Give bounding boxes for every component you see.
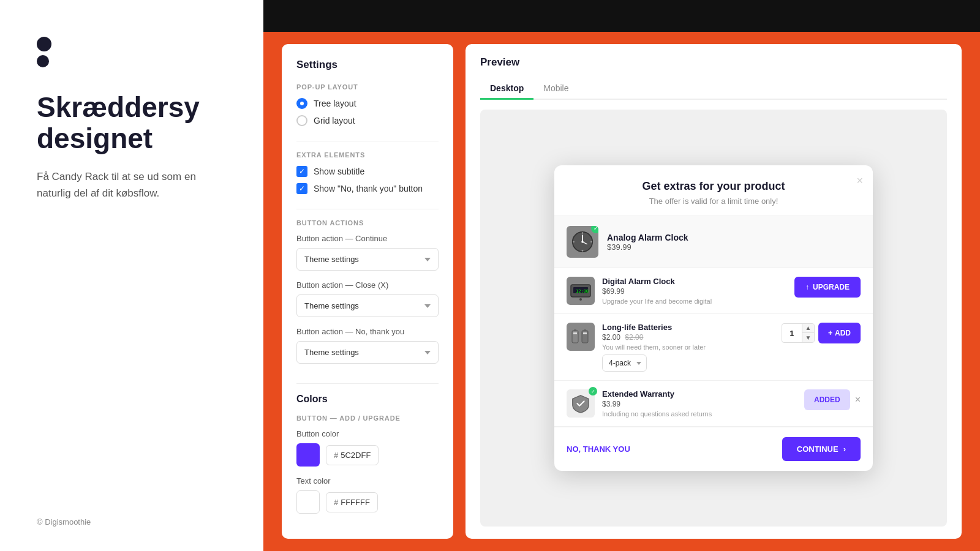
settings-panel: Settings POP-UP LAYOUT Tree layout Grid … — [282, 44, 453, 539]
button-color-hex-value: 5C2DFF — [341, 451, 371, 460]
warranty-shield-icon — [570, 393, 591, 414]
upsell-warranty-action: ADDED × — [804, 389, 861, 410]
radio-tree-indicator — [296, 98, 307, 109]
upgrade-arrow-icon: ↑ — [805, 283, 809, 291]
modal-footer: NO, THANK YOU CONTINUE › — [554, 427, 873, 471]
main-product-name: Analog Alarm Clock — [607, 233, 688, 242]
text-color-hex-input[interactable]: # FFFFFF — [326, 492, 378, 512]
modal-body: ✓ — [554, 216, 873, 427]
action-no-label: Button action — No, thank you — [296, 327, 439, 336]
checkbox-no-thanks-indicator — [296, 183, 307, 194]
quantity-stepper: 1 ▲ ▼ — [782, 323, 815, 343]
upsell-warranty-price: $3.99 — [602, 400, 797, 408]
analog-clock-icon — [571, 231, 594, 253]
qty-buttons: ▲ ▼ — [802, 324, 814, 342]
dot-small — [37, 55, 49, 67]
button-color-label: Button color — [296, 429, 439, 438]
radio-tree-label: Tree layout — [314, 99, 356, 108]
colors-title: Colors — [296, 394, 439, 405]
action-no-select[interactable]: Theme settings — [296, 341, 439, 364]
upsell-item-batteries: Long-life Batteries $2.00 $2.00 You will… — [554, 314, 873, 381]
svg-point-6 — [590, 241, 592, 243]
main-product-info: Analog Alarm Clock $39.99 — [607, 233, 688, 252]
upsell-digital-desc: Upgrade your life and become digital — [602, 298, 787, 305]
tab-mobile[interactable]: Mobile — [533, 78, 578, 100]
warranty-image: ✓ — [567, 389, 595, 418]
radio-grid-layout[interactable]: Grid layout — [296, 115, 439, 126]
preview-tabs: Desktop Mobile — [480, 78, 947, 100]
preview-title: Preview — [480, 56, 947, 69]
upsell-warranty-name: Extended Warranty — [602, 389, 797, 399]
main-product-row: ✓ — [554, 216, 873, 268]
button-add-upgrade-label: BUTTON — ADD / UPGRADE — [296, 414, 439, 422]
button-color-swatch[interactable] — [296, 443, 320, 467]
extra-elements-label: EXTRA ELEMENTS — [296, 151, 439, 159]
hero-description: Få Candy Rack til at se ud som en naturl… — [37, 168, 233, 201]
divider-1 — [296, 141, 439, 141]
preview-container: × Get extras for your product The offer … — [480, 110, 947, 527]
text-color-label: Text color — [296, 476, 439, 485]
button-actions-label: BUTTON ACTIONS — [296, 219, 439, 227]
main-content: Settings POP-UP LAYOUT Tree layout Grid … — [263, 32, 980, 551]
popup-layout-label: POP-UP LAYOUT — [296, 83, 439, 91]
action-continue-label: Button action — Continue — [296, 234, 439, 243]
qty-value: 1 — [782, 325, 802, 342]
modal-subtitle: The offer is valid for a limit time only… — [569, 197, 858, 206]
continue-button[interactable]: CONTINUE › — [782, 437, 861, 461]
left-panel: Skræddersy designet Få Candy Rack til at… — [0, 0, 263, 551]
add-label: ADD — [835, 329, 851, 337]
radio-grid-label: Grid layout — [314, 116, 355, 126]
add-button[interactable]: + ADD — [818, 323, 861, 343]
dot-large — [37, 37, 51, 51]
added-button[interactable]: ADDED — [804, 389, 850, 410]
action-continue-select[interactable]: Theme settings — [296, 248, 439, 271]
no-thanks-button[interactable]: NO, THANK YOU — [567, 444, 630, 454]
button-color-hex-input[interactable]: # 5C2DFF — [326, 445, 379, 465]
digital-clock-icon: 12:00 — [570, 280, 592, 302]
upsell-digital-action: ↑ UPGRADE — [794, 277, 861, 298]
action-close-select[interactable]: Theme settings — [296, 294, 439, 317]
qty-decrement-button[interactable]: ▼ — [802, 333, 814, 342]
text-color-row: # FFFFFF — [296, 490, 439, 514]
svg-rect-16 — [584, 329, 586, 331]
logo — [37, 37, 233, 67]
svg-rect-17 — [583, 332, 587, 334]
svg-text:12:00: 12:00 — [576, 289, 589, 294]
hash-symbol: # — [334, 451, 338, 460]
remove-warranty-button[interactable]: × — [855, 394, 861, 405]
top-bar — [263, 0, 980, 32]
upsell-batteries-price: $2.00 $2.00 — [602, 333, 774, 342]
right-panel: Settings POP-UP LAYOUT Tree layout Grid … — [263, 0, 980, 551]
upsell-item-warranty: ✓ Extended Warranty $3.99 Including no q… — [554, 381, 873, 427]
text-color-hex-value: FFFFFF — [341, 498, 370, 507]
checkbox-show-no-thanks[interactable]: Show "No, thank you" button — [296, 183, 439, 194]
qty-increment-button[interactable]: ▲ — [802, 324, 814, 333]
action-close-label: Button action — Close (X) — [296, 280, 439, 290]
upgrade-button[interactable]: ↑ UPGRADE — [794, 277, 861, 298]
warranty-check-badge: ✓ — [589, 387, 597, 395]
upsell-warranty-desc: Including no questions asked returns — [602, 410, 797, 418]
continue-label: CONTINUE — [797, 444, 839, 454]
hero-headline: Skræddersy designet — [37, 92, 233, 154]
batteries-variant-select[interactable]: 4-pack — [602, 354, 647, 372]
checkbox-show-subtitle[interactable]: Show subtitle — [296, 166, 439, 177]
settings-title: Settings — [296, 59, 439, 71]
button-color-row: # 5C2DFF — [296, 443, 439, 467]
hash-symbol-2: # — [334, 498, 338, 507]
tab-desktop[interactable]: Desktop — [480, 78, 533, 100]
add-plus-icon: + — [828, 329, 832, 337]
svg-rect-14 — [573, 332, 577, 334]
modal-close-button[interactable]: × — [856, 175, 863, 186]
upgrade-label: UPGRADE — [813, 283, 850, 291]
text-color-swatch[interactable] — [296, 490, 320, 514]
preview-panel: Preview Desktop Mobile × Get extras for … — [466, 44, 962, 539]
preview-modal: × Get extras for your product The offer … — [554, 165, 873, 471]
layout-radio-group: Tree layout Grid layout — [296, 98, 439, 126]
radio-tree-layout[interactable]: Tree layout — [296, 98, 439, 109]
batteries-image — [567, 323, 595, 351]
original-price: $2.00 — [625, 333, 643, 342]
added-and-close: ADDED × — [804, 389, 861, 410]
main-product-price: $39.99 — [607, 242, 688, 252]
continue-arrow-icon: › — [843, 444, 846, 454]
upsell-digital-info: Digital Alarm Clock $69.99 Upgrade your … — [602, 277, 787, 305]
